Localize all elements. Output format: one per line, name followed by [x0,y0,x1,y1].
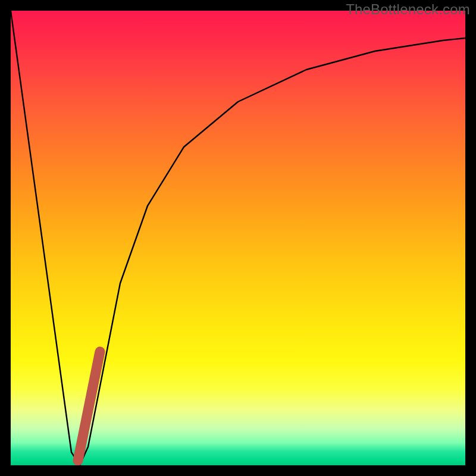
chart-plot-area [11,11,465,465]
watermark-text: TheBottleneck.com [346,1,470,18]
